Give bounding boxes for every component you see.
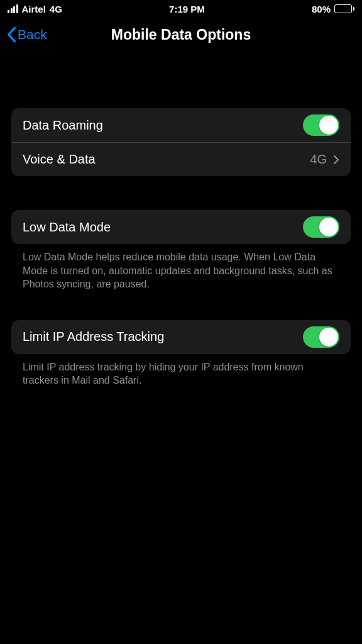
limit-ip-footer: Limit IP address tracking by hiding your… — [11, 360, 351, 387]
status-bar: Airtel 4G 7:19 PM 80% — [0, 0, 362, 18]
low-data-mode-footer: Low Data Mode helps reduce mobile data u… — [11, 250, 351, 291]
carrier-label: Airtel — [22, 4, 46, 14]
status-right: 80% — [312, 4, 354, 14]
low-data-mode-toggle[interactable] — [303, 216, 339, 238]
clock-label: 7:19 PM — [169, 4, 205, 14]
back-button[interactable]: Back — [6, 26, 47, 43]
row-data-roaming[interactable]: Data Roaming — [11, 108, 351, 142]
group-network: Data Roaming Voice & Data 4G — [11, 108, 351, 176]
group-low-data: Low Data Mode — [11, 210, 351, 244]
page-title: Mobile Data Options — [0, 26, 362, 43]
voice-data-value: 4G — [310, 152, 327, 167]
signal-icon — [8, 4, 18, 13]
status-left: Airtel 4G — [8, 4, 62, 14]
data-roaming-toggle[interactable] — [303, 114, 339, 136]
group-limit-ip: Limit IP Address Tracking — [11, 320, 351, 354]
chevron-right-icon — [333, 155, 339, 165]
battery-pct-label: 80% — [312, 4, 331, 14]
row-limit-ip[interactable]: Limit IP Address Tracking — [11, 320, 351, 354]
network-label: 4G — [50, 4, 62, 14]
voice-data-label: Voice & Data — [23, 152, 96, 167]
limit-ip-toggle[interactable] — [303, 326, 339, 348]
row-voice-data[interactable]: Voice & Data 4G — [11, 142, 351, 176]
row-low-data-mode[interactable]: Low Data Mode — [11, 210, 351, 244]
limit-ip-label: Limit IP Address Tracking — [23, 330, 164, 344]
nav-header: Back Mobile Data Options — [0, 18, 362, 52]
battery-icon — [334, 4, 354, 13]
chevron-left-icon — [6, 26, 16, 43]
data-roaming-label: Data Roaming — [23, 118, 103, 133]
back-label: Back — [18, 27, 47, 42]
low-data-mode-label: Low Data Mode — [23, 220, 111, 235]
